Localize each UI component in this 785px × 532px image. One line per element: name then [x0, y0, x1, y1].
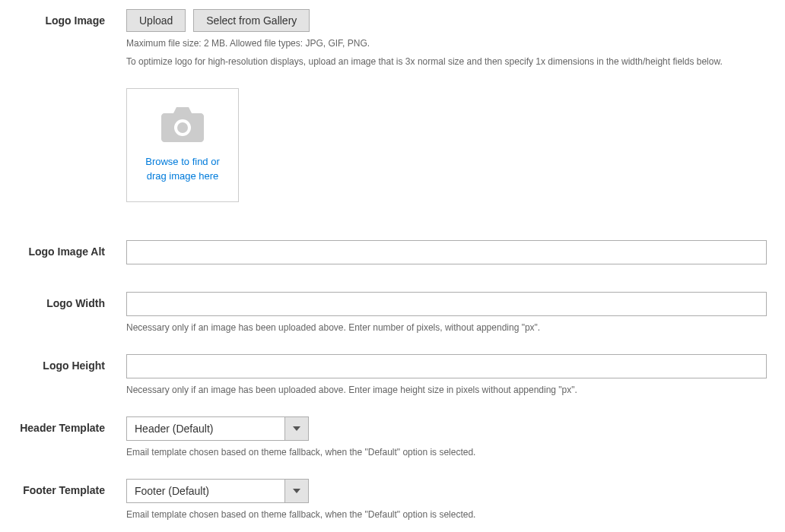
footer-template-label: Footer Template	[0, 479, 126, 496]
logo-width-label: Logo Width	[0, 292, 126, 309]
footer-template-select[interactable]: Footer (Default)	[126, 479, 309, 503]
header-template-label: Header Template	[0, 416, 126, 434]
header-template-selected: Header (Default)	[126, 416, 284, 441]
logo-width-help: Necessary only if an image has been uplo…	[126, 321, 767, 334]
chevron-down-icon	[293, 489, 300, 493]
camera-icon	[161, 107, 204, 155]
dropzone-text: Browse to find or drag image here	[135, 155, 230, 182]
logo-height-label: Logo Height	[0, 354, 126, 372]
header-template-arrow[interactable]	[284, 416, 309, 441]
logo-image-help-optimize: To optimize logo for high-resolution dis…	[126, 55, 767, 68]
logo-image-dropzone[interactable]: Browse to find or drag image here	[126, 88, 239, 202]
logo-image-label: Logo Image	[0, 9, 126, 27]
logo-height-help: Necessary only if an image has been uplo…	[126, 383, 767, 397]
footer-template-arrow[interactable]	[284, 479, 309, 503]
logo-width-input[interactable]	[126, 292, 767, 316]
logo-image-alt-input[interactable]	[126, 240, 767, 264]
header-template-help: Email template chosen based on theme fal…	[126, 445, 767, 459]
logo-image-alt-label: Logo Image Alt	[0, 240, 126, 258]
logo-image-help-filesize: Maximum file size: 2 MB. Allowed file ty…	[126, 36, 767, 50]
footer-template-selected: Footer (Default)	[126, 479, 284, 503]
upload-button[interactable]: Upload	[126, 9, 186, 32]
logo-height-input[interactable]	[126, 354, 767, 378]
select-from-gallery-button[interactable]: Select from Gallery	[193, 9, 310, 32]
footer-template-help: Email template chosen based on theme fal…	[126, 508, 767, 521]
svg-point-1	[177, 122, 188, 133]
chevron-down-icon	[293, 426, 300, 431]
header-template-select[interactable]: Header (Default)	[126, 416, 309, 441]
